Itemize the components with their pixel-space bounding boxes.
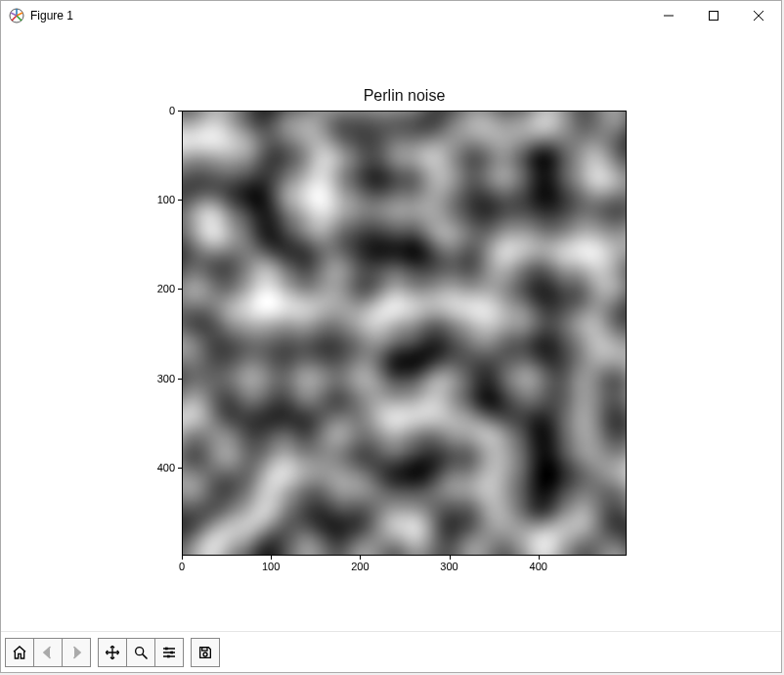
tick-mark: [360, 556, 361, 560]
titlebar: Figure 1: [1, 1, 781, 31]
navigation-toolbar: [1, 631, 781, 672]
minimize-button[interactable]: [646, 1, 691, 30]
tick-mark: [178, 200, 182, 201]
svg-rect-1: [710, 12, 719, 21]
home-button[interactable]: [5, 638, 34, 667]
save-button[interactable]: [191, 638, 220, 667]
tick-mark: [178, 379, 182, 380]
home-icon: [12, 643, 27, 662]
axes-container: Perlin noise 0100200300400 0100200300400: [182, 87, 627, 576]
axes: 0100200300400 0100200300400: [182, 111, 627, 556]
y-tick-label: 300: [157, 373, 175, 384]
plot-title: Perlin noise: [182, 87, 627, 105]
zoom-button[interactable]: [126, 638, 155, 667]
y-tick-label: 100: [157, 194, 175, 205]
y-tick-label: 400: [157, 462, 175, 473]
figure-canvas[interactable]: Perlin noise 0100200300400 0100200300400: [1, 30, 781, 635]
arrow-left-icon: [40, 643, 56, 662]
x-tick-label: 300: [440, 561, 457, 572]
window-title: Figure 1: [30, 9, 73, 22]
y-tick-label: 200: [157, 283, 175, 294]
svg-rect-4: [170, 651, 173, 653]
x-tick-label: 0: [179, 561, 185, 572]
x-tick-label: 400: [530, 561, 547, 572]
arrow-right-icon: [68, 643, 84, 662]
magnifier-icon: [133, 643, 149, 662]
matplotlib-window: Figure 1 Perlin noise 0100200300400 0100…: [0, 0, 782, 673]
tick-mark: [450, 556, 451, 560]
tick-mark: [539, 556, 540, 560]
tick-mark: [271, 556, 272, 560]
back-button[interactable]: [33, 638, 63, 667]
matplotlib-icon: [9, 8, 24, 23]
y-tick-label: 0: [169, 105, 175, 116]
heatmap-image: [182, 111, 627, 556]
svg-rect-6: [202, 647, 207, 650]
sliders-icon: [161, 643, 177, 662]
forward-button[interactable]: [62, 638, 91, 667]
tick-mark: [178, 468, 182, 469]
minimize-icon: [664, 11, 674, 21]
svg-rect-5: [167, 654, 170, 657]
close-button[interactable]: [736, 1, 781, 30]
maximize-button[interactable]: [691, 1, 736, 30]
move-icon: [105, 643, 120, 662]
svg-point-7: [203, 652, 207, 656]
pan-button[interactable]: [98, 638, 127, 667]
x-tick-label: 100: [262, 561, 280, 572]
tick-mark: [178, 111, 182, 112]
subplots-button[interactable]: [154, 638, 184, 667]
x-tick-label: 200: [351, 561, 369, 572]
save-icon: [197, 643, 213, 662]
svg-rect-3: [165, 647, 168, 650]
tick-mark: [178, 289, 182, 290]
tick-mark: [182, 556, 183, 560]
maximize-icon: [709, 11, 719, 21]
close-icon: [754, 11, 763, 21]
